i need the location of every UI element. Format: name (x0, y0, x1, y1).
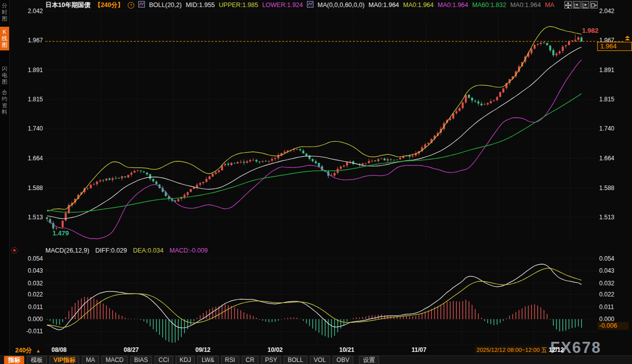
tab-settings[interactable]: 设置 (359, 356, 379, 364)
tab-macd[interactable]: MACD (101, 356, 127, 364)
ma-value: MA0:1.964 (368, 2, 399, 9)
ma-values: MA0:1.964MA0:1.964MA0:1.964MA60:1.832MA0… (368, 2, 554, 9)
sidebar-item-kline-chart[interactable]: K线图 (0, 27, 9, 50)
sidebar-item-lightning-chart[interactable]: 闪电图 (0, 66, 9, 85)
date-label: 09/12 (195, 346, 210, 353)
chart-canvas[interactable] (0, 0, 632, 364)
chart-window-controls (564, 1, 598, 9)
current-session-box: 2025/12/12 08:00~12:00 五 (475, 346, 549, 354)
macd-dea-value: DEA:0.034 (133, 247, 163, 254)
price-tick: 1.891 (599, 67, 614, 74)
price-tick: 1.588 (599, 185, 614, 192)
ma-value: MA0:1.964 (510, 2, 541, 9)
period-selector[interactable]: 240分 ▲ (15, 346, 40, 355)
period-selector-label: 240分 (15, 346, 32, 355)
tab-psy[interactable]: PSY (261, 356, 281, 364)
tab-vol[interactable]: VOL (310, 356, 330, 364)
macd-tick: 0.011 (599, 304, 614, 311)
date-label: 08/08 (51, 346, 67, 353)
boll-lower-value: LOWER:1.924 (262, 2, 303, 9)
sidebar-item-contract-info[interactable]: 合约资料 (0, 89, 9, 115)
macd-tick: 0.043 (17, 267, 43, 274)
tab-boll[interactable]: BOLL (284, 356, 307, 364)
price-tick: 1.740 (599, 125, 614, 132)
price-tick: 1.664 (599, 155, 614, 162)
macd-current-value-box: -0.006 (598, 322, 628, 330)
mini-chart-icon[interactable] (138, 1, 145, 9)
current-price-box: 1.964 (597, 42, 632, 51)
mini-chart-icon[interactable] (307, 1, 313, 9)
trading-app-window: 日本10年期国债 【240分】 + BOLL(20,2) MID:1.955 U… (0, 0, 632, 364)
price-tick: 2.042 (17, 8, 43, 15)
date-label: 10/21 (339, 346, 354, 353)
time-axis: 240分 ▲ 08/0808/2709/1210/0210/2111/07 20… (0, 346, 632, 355)
pan-right-icon[interactable] (590, 1, 598, 9)
ma-value: MA0:1.964 (403, 2, 434, 9)
price-tick: 1.967 (17, 37, 43, 44)
macd-tick: 0.032 (17, 280, 43, 287)
period-tag: 【240分】 (94, 1, 124, 10)
chart-type-sidebar: 分时图K线图闪电图合约资料 (0, 0, 10, 364)
tab-kdj[interactable]: KDJ (176, 356, 195, 364)
macd-tick: 0.054 (17, 255, 43, 262)
period-low-label: 1.479 (52, 229, 69, 237)
crosshair-circle-icon[interactable]: + (128, 2, 134, 9)
date-label: 10/02 (268, 346, 283, 353)
tab-obv[interactable]: OBV (333, 356, 353, 364)
macd-tick: 0.043 (599, 267, 614, 274)
sidebar-item-time-chart[interactable]: 分时图 (0, 3, 9, 22)
ma-value: MA (545, 2, 554, 9)
current-date-label: 12/12 (549, 346, 564, 353)
tab-cci[interactable]: CCI (154, 356, 173, 364)
tab-rsi[interactable]: RSI (221, 356, 239, 364)
ma-value: MA0:1.964 (438, 2, 468, 9)
macd-tick: 0.000 (599, 316, 614, 323)
chart-header: 日本10年期国债 【240分】 + BOLL(20,2) MID:1.955 U… (45, 1, 554, 9)
tab-ma[interactable]: MA (82, 356, 99, 364)
tab-indicator[interactable]: 指标 (4, 356, 24, 364)
price-tick: 1.664 (17, 155, 43, 162)
zoom-in-icon[interactable] (582, 1, 589, 9)
price-tick: 2.042 (599, 8, 614, 15)
price-tick: 1.815 (17, 96, 43, 103)
price-tick: 1.513 (17, 214, 43, 221)
macd-tick: 0.022 (599, 291, 614, 298)
macd-header: MACD(26,12,9) DIFF:0.029 DEA:0.034 MACD:… (45, 247, 208, 254)
zoom-out-icon[interactable] (573, 1, 581, 9)
price-tick: 1.588 (17, 185, 43, 192)
price-marker-icon (625, 36, 630, 41)
move-icon[interactable] (564, 1, 572, 9)
price-tick: 1.740 (17, 125, 43, 132)
price-tick: 1.815 (599, 96, 614, 103)
macd-tick: 0.032 (599, 280, 614, 287)
panel-resize-handle-icon[interactable] (11, 247, 18, 254)
macd-tick: 0.011 (17, 304, 43, 311)
macd-diff-value: DIFF:0.029 (95, 247, 127, 254)
macd-label: MACD(26,12,9) (45, 247, 89, 254)
indicator-toolbar: 指标模板VIP指标MAMACDBIASCCIKDJLW&RSICRPSYBOLL… (0, 355, 632, 364)
tab-vip-indicator[interactable]: VIP指标 (49, 356, 79, 364)
macd-tick: -0.011 (17, 328, 43, 335)
boll-mid-value: MID:1.955 (186, 2, 215, 9)
macd-tick: 0.022 (17, 291, 43, 298)
date-label: 08/27 (124, 346, 139, 353)
ma-value: MA60:1.832 (472, 2, 506, 9)
ma-label: MA(0,0,0,60,0,0) (318, 2, 364, 9)
tab-cr[interactable]: CR (242, 356, 258, 364)
price-tick: 1.513 (599, 214, 614, 221)
tab-template[interactable]: 模板 (27, 356, 47, 364)
tab-bias[interactable]: BIAS (130, 356, 152, 364)
macd-tick: 0.054 (599, 255, 614, 262)
boll-upper-value: UPPER:1.985 (219, 2, 258, 9)
chevron-up-icon: ▲ (36, 348, 40, 353)
tab-lwr[interactable]: LW& (197, 356, 218, 364)
period-high-label: 1.982 (582, 27, 599, 34)
date-label: 11/07 (411, 346, 426, 353)
boll-label: BOLL(20,2) (149, 2, 182, 9)
macd-macd-value: MACD:-0.009 (170, 247, 208, 254)
instrument-title: 日本10年期国债 (45, 1, 90, 10)
macd-tick: 0.000 (17, 316, 43, 323)
price-tick: 1.891 (17, 67, 43, 74)
